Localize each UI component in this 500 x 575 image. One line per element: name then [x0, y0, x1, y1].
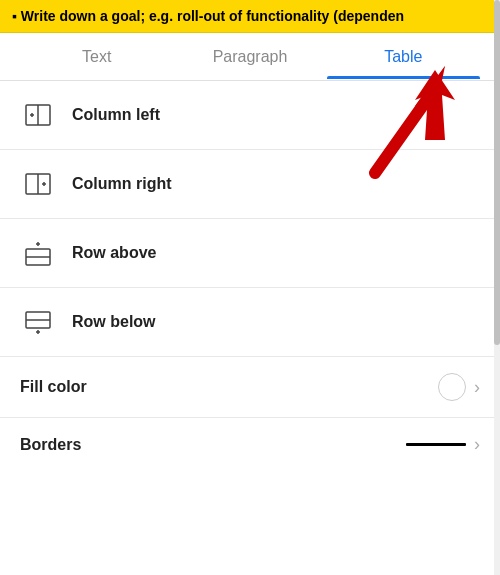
borders-label: Borders [20, 436, 406, 454]
borders-chevron: › [474, 434, 480, 455]
borders-line [406, 443, 466, 446]
menu-item-row-above[interactable]: Row above [0, 219, 500, 288]
scrollbar-thumb [494, 0, 500, 345]
top-banner-text: ▪ Write down a goal; e.g. roll-out of fu… [12, 8, 404, 24]
tab-bar: Text Paragraph Table [0, 33, 500, 81]
menu-item-fill-color[interactable]: Fill color › [0, 357, 500, 418]
tab-paragraph[interactable]: Paragraph [173, 36, 326, 78]
column-right-label: Column right [72, 175, 480, 193]
menu-item-row-below[interactable]: Row below [0, 288, 500, 357]
top-banner: ▪ Write down a goal; e.g. roll-out of fu… [0, 0, 500, 33]
row-below-label: Row below [72, 313, 480, 331]
menu-list: Column left Column right Row above [0, 81, 500, 471]
menu-item-borders[interactable]: Borders › [0, 418, 500, 471]
column-left-icon [20, 97, 56, 133]
row-below-icon [20, 304, 56, 340]
tab-text[interactable]: Text [20, 36, 173, 78]
menu-item-column-left[interactable]: Column left [0, 81, 500, 150]
column-left-label: Column left [72, 106, 480, 124]
borders-right: › [406, 434, 480, 455]
fill-color-right: › [438, 373, 480, 401]
fill-color-chevron: › [474, 377, 480, 398]
fill-color-label: Fill color [20, 378, 438, 396]
menu-item-column-right[interactable]: Column right [0, 150, 500, 219]
row-above-icon [20, 235, 56, 271]
tab-table[interactable]: Table [327, 36, 480, 78]
row-above-label: Row above [72, 244, 480, 262]
fill-color-circle [438, 373, 466, 401]
scrollbar[interactable] [494, 0, 500, 575]
column-right-icon [20, 166, 56, 202]
